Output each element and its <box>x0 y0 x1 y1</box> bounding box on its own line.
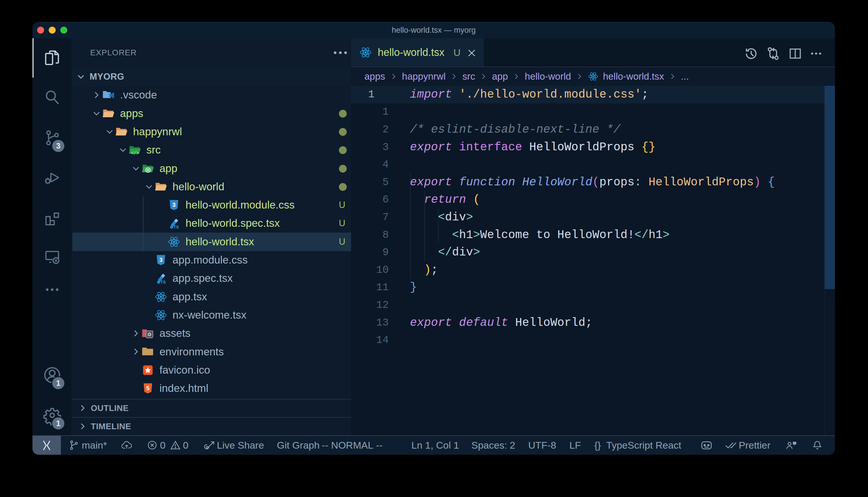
svg-text:3: 3 <box>172 202 175 208</box>
svg-text:3: 3 <box>159 257 162 263</box>
svg-text:</>: </> <box>131 151 139 156</box>
svg-text:TS: TS <box>174 225 179 229</box>
svg-text:TS: TS <box>160 280 166 284</box>
svg-text:5: 5 <box>146 385 149 391</box>
